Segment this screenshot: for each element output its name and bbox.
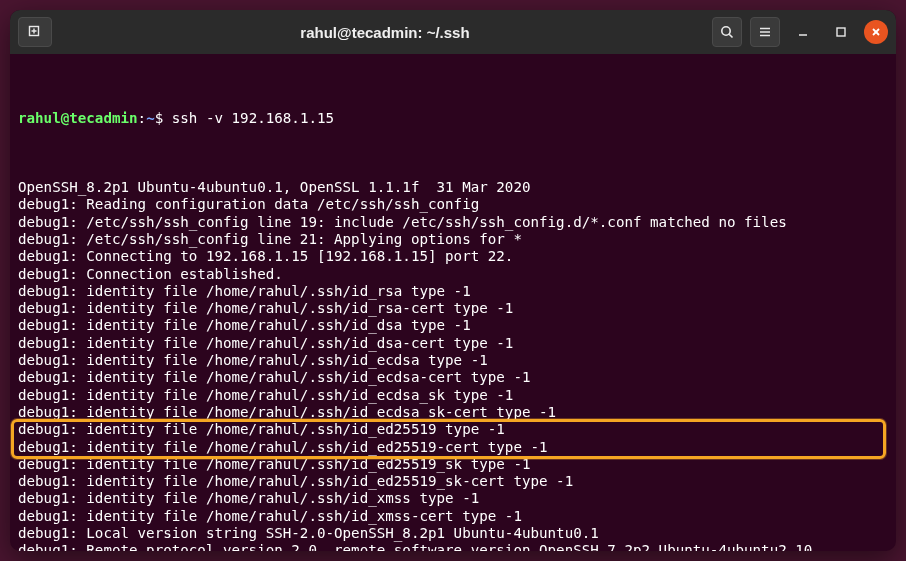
output-line: debug1: Connection established. <box>18 266 888 283</box>
menu-button[interactable] <box>750 17 780 47</box>
close-icon <box>870 26 882 38</box>
output-line: debug1: /etc/ssh/ssh_config line 19: inc… <box>18 214 888 231</box>
hamburger-icon <box>757 24 773 40</box>
prompt-path: ~ <box>146 110 155 126</box>
search-button[interactable] <box>712 17 742 47</box>
output-line: debug1: Remote protocol version 2.0, rem… <box>18 542 888 551</box>
output-line: debug1: identity file /home/rahul/.ssh/i… <box>18 283 888 300</box>
terminal-viewport[interactable]: rahul@tecadmin:~$ ssh -v 192.168.1.15 Op… <box>10 54 896 551</box>
window-title: rahul@tecadmin: ~/.ssh <box>58 24 712 41</box>
minimize-button[interactable] <box>788 17 818 47</box>
highlight-annotation <box>11 419 886 459</box>
output-line: debug1: identity file /home/rahul/.ssh/i… <box>18 352 888 369</box>
maximize-icon <box>834 25 848 39</box>
output-line: debug1: identity file /home/rahul/.ssh/i… <box>18 317 888 334</box>
prompt-dollar: $ <box>155 110 172 126</box>
prompt-colon: : <box>138 110 147 126</box>
output-line: debug1: identity file /home/rahul/.ssh/i… <box>18 300 888 317</box>
search-icon <box>719 24 735 40</box>
output-line: debug1: identity file /home/rahul/.ssh/i… <box>18 369 888 386</box>
output-line: debug1: identity file /home/rahul/.ssh/i… <box>18 387 888 404</box>
new-tab-icon <box>27 24 43 40</box>
output-line: debug1: identity file /home/rahul/.ssh/i… <box>18 473 888 490</box>
terminal-window: rahul@tecadmin: ~/.ssh <box>10 10 896 551</box>
prompt-line: rahul@tecadmin:~$ ssh -v 192.168.1.15 <box>18 110 888 127</box>
close-button[interactable] <box>864 20 888 44</box>
output-line: debug1: Local version string SSH-2.0-Ope… <box>18 525 888 542</box>
minimize-icon <box>796 25 810 39</box>
output-line: debug1: /etc/ssh/ssh_config line 21: App… <box>18 231 888 248</box>
typed-command: ssh -v 192.168.1.15 <box>172 110 334 126</box>
prompt-user-host: rahul@tecadmin <box>18 110 138 126</box>
output-line: debug1: identity file /home/rahul/.ssh/i… <box>18 335 888 352</box>
titlebar: rahul@tecadmin: ~/.ssh <box>10 10 896 54</box>
output-line: debug1: Connecting to 192.168.1.15 [192.… <box>18 248 888 265</box>
svg-line-4 <box>729 34 732 37</box>
svg-rect-9 <box>837 28 845 36</box>
svg-point-3 <box>722 27 730 35</box>
maximize-button[interactable] <box>826 17 856 47</box>
output-line: debug1: identity file /home/rahul/.ssh/i… <box>18 508 888 525</box>
output-line: OpenSSH_8.2p1 Ubuntu-4ubuntu0.1, OpenSSL… <box>18 179 888 196</box>
output-line: debug1: identity file /home/rahul/.ssh/i… <box>18 490 888 507</box>
output-line: debug1: Reading configuration data /etc/… <box>18 196 888 213</box>
new-tab-button[interactable] <box>18 17 52 47</box>
titlebar-right <box>712 17 888 47</box>
